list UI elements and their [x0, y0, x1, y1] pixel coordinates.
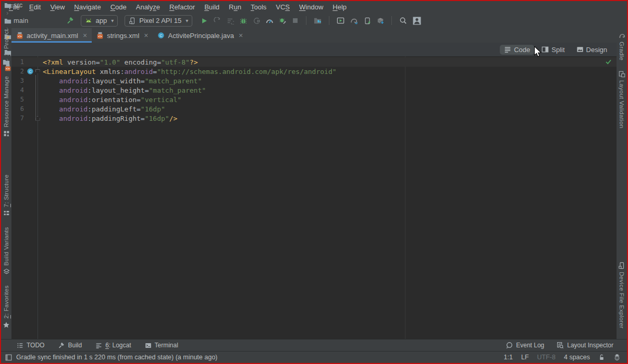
profile-button[interactable]	[266, 17, 273, 24]
menu-label: Navigate	[74, 3, 101, 11]
toolbar-separator	[306, 16, 306, 25]
toolbar-actions	[201, 16, 421, 25]
build-variants-icon	[3, 268, 10, 275]
code-text: android:paddingLeft="16dp"	[41, 105, 165, 113]
menu-label: Run	[229, 3, 241, 11]
tool-window-button-terminal[interactable]: Terminal	[145, 342, 178, 349]
run-button[interactable]	[201, 17, 208, 24]
menu-code[interactable]: Code	[106, 1, 131, 13]
editor-tab-activity-main-xml[interactable]: <>activity_main.xml×	[11, 28, 92, 43]
menu-label: Analyze	[136, 3, 160, 11]
debug-button[interactable]	[240, 17, 247, 24]
device-manager-button[interactable]	[314, 17, 322, 24]
tool-stripe-2--favorites[interactable]: 2: Favorites	[3, 285, 10, 329]
menu-window[interactable]: Window	[294, 1, 328, 13]
tool-window-bar: TODOBuild6: LogcatTerminal Event LogLayo…	[1, 339, 627, 351]
apply-changes-button[interactable]	[214, 17, 221, 24]
tool-stripe-1--project[interactable]: 1: Project	[3, 29, 10, 66]
tool-window-switcher-icon[interactable]	[5, 354, 12, 361]
folder-icon	[4, 2, 11, 9]
class-gutter-icon: C	[27, 68, 34, 75]
tool-stripe-build-variants[interactable]: Build Variants	[3, 227, 10, 275]
profile-icon	[266, 17, 273, 24]
device-phone-icon	[618, 262, 625, 269]
tool-window-button-layout-inspector[interactable]: Layout Inspector	[557, 342, 613, 349]
tool-window-button-build[interactable]: Build	[58, 342, 82, 349]
menu-tools[interactable]: Tools	[246, 1, 271, 13]
folder-icon	[3, 58, 10, 66]
line-separator-widget[interactable]: LF	[521, 354, 529, 361]
line-number: 1	[11, 58, 24, 66]
tool-stripe-device-file-explorer[interactable]: Device File Explorer	[618, 262, 625, 329]
indent-widget[interactable]: 4 spaces	[564, 354, 590, 361]
search-everywhere-button[interactable]	[399, 17, 407, 24]
gradle-sync-button[interactable]	[350, 17, 358, 24]
menu-bar: FileEditViewNavigateCodeAnalyzeRefactorB…	[1, 1, 627, 13]
view-mode-code-button[interactable]: Code	[500, 45, 534, 55]
face-icon[interactable]	[613, 354, 621, 361]
code-editor[interactable]: 1<?xml version="1.0" encoding="utf-8"?>2…	[11, 56, 617, 339]
menu-vcs[interactable]: VCS	[271, 1, 294, 13]
menu-help[interactable]: Help	[328, 1, 351, 13]
inspections-status-widget[interactable]	[605, 58, 612, 67]
svg-text:C: C	[29, 69, 32, 74]
chevron-down-icon: ▾	[111, 18, 114, 23]
right-tool-window-stripe: GradleLayout ValidationDevice File Explo…	[617, 28, 627, 339]
fold-end-icon[interactable]	[35, 116, 40, 121]
sdk-manager-button[interactable]	[377, 17, 384, 24]
code-text: android:orientation="vertical"	[41, 96, 181, 104]
code-lines: 1<?xml version="1.0" encoding="utf-8"?>2…	[11, 56, 617, 123]
code-line: 4 android:layout_height="match_parent"	[11, 85, 617, 95]
tool-stripe-label: 2: Favorites	[3, 285, 9, 319]
readonly-lock-icon[interactable]	[598, 354, 605, 361]
run-configuration-select[interactable]: app▾	[81, 15, 118, 27]
layout-inspector-icon	[557, 342, 564, 349]
stop-button[interactable]	[292, 17, 299, 24]
build-project-button[interactable]	[66, 17, 74, 24]
breadcrumb-item-src[interactable]: src	[4, 1, 61, 9]
fold-marker-slot	[34, 69, 41, 74]
menu-refactor[interactable]: Refactor	[165, 1, 200, 13]
editor-tab-bar: <>activity_main.xml×<>strings.xml×CActiv…	[11, 28, 617, 43]
attach-debugger-button[interactable]	[279, 17, 286, 24]
profile-avatar-button[interactable]	[413, 17, 421, 25]
breadcrumb-label: src	[14, 1, 22, 9]
tool-stripe-label: Gradle	[619, 42, 625, 60]
attach-profiler-button[interactable]	[253, 17, 260, 24]
tool-stripe-resource-manage[interactable]: Resource Manage	[3, 76, 10, 136]
avd-manager-button[interactable]	[364, 17, 371, 24]
view-mode-label: Design	[586, 46, 607, 54]
tool-stripe-label: 1: Project	[3, 29, 9, 56]
tool-window-button-event-log[interactable]: Event Log	[506, 342, 544, 349]
device-phone-icon	[129, 17, 136, 24]
editor-tab-activiteprincipale-java[interactable]: CActivitePrincipale.java×	[153, 28, 248, 43]
view-mode-design-button[interactable]: Design	[572, 45, 611, 55]
device-manager-icon	[314, 17, 322, 24]
editor-tab-strings-xml[interactable]: <>strings.xml×	[92, 28, 153, 43]
device-selector[interactable]: Pixel 2 API 15▾	[125, 15, 192, 27]
close-tab-icon[interactable]: ×	[144, 31, 148, 40]
caret-position-widget[interactable]: 1:1	[504, 354, 513, 361]
search-everywhere-icon	[399, 17, 407, 24]
code-text: <?xml version="1.0" encoding="utf-8"?>	[41, 58, 198, 66]
tool-stripe-layout-validation[interactable]: Layout Validation	[619, 71, 625, 128]
apply-code-changes-button[interactable]	[227, 17, 234, 24]
menu-analyze[interactable]: Analyze	[131, 1, 165, 13]
menu-build[interactable]: Build	[200, 1, 224, 13]
fold-start-icon[interactable]	[35, 69, 40, 74]
xml-file-icon: <>	[16, 32, 23, 39]
tool-window-button-todo[interactable]: TODO	[17, 342, 44, 349]
tool-stripe-7--structure[interactable]: 7: Structure	[3, 174, 10, 217]
status-message: Gradle sync finished in 1 s 220 ms (from…	[16, 354, 217, 361]
encoding-widget[interactable]: UTF-8	[537, 354, 556, 361]
tool-stripe-gradle[interactable]: Gradle	[618, 31, 626, 60]
menu-run[interactable]: Run	[224, 1, 246, 13]
breadcrumb-item-main[interactable]: main	[4, 17, 61, 24]
readonly-lock-icon	[598, 354, 605, 361]
svg-text:C: C	[160, 33, 163, 38]
tool-window-button-6--logcat[interactable]: 6: Logcat	[95, 342, 131, 349]
menu-navigate[interactable]: Navigate	[69, 1, 105, 13]
close-tab-icon[interactable]: ×	[83, 31, 87, 40]
close-tab-icon[interactable]: ×	[239, 31, 243, 40]
run-anything-button[interactable]	[337, 17, 344, 24]
